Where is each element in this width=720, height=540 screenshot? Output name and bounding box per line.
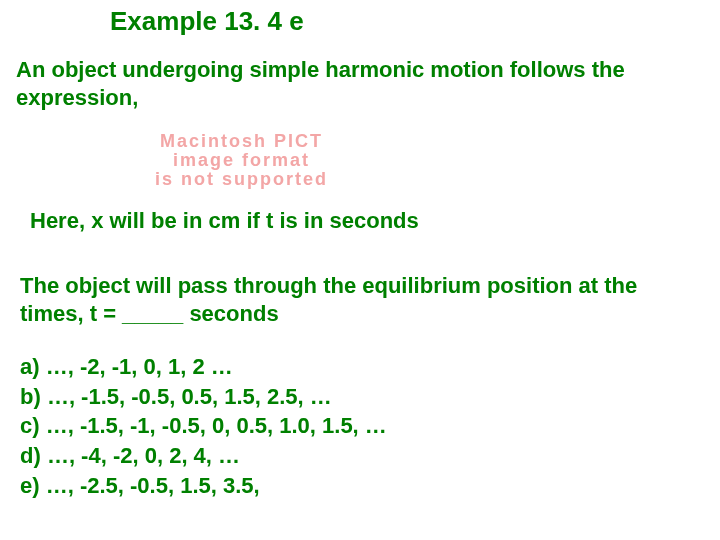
option-label: a) <box>20 354 40 379</box>
option-text: …, -1.5, -0.5, 0.5, 1.5, 2.5, … <box>47 384 332 409</box>
option-text: …, -4, -2, 0, 2, 4, … <box>47 443 240 468</box>
option-label: c) <box>20 413 40 438</box>
option-text: …, -2.5, -0.5, 1.5, 3.5, <box>46 473 260 498</box>
pict-line-1: Macintosh PICT <box>155 132 328 151</box>
option-d: d) …, -4, -2, 0, 2, 4, … <box>20 441 387 471</box>
option-label: d) <box>20 443 41 468</box>
option-c: c) …, -1.5, -1, -0.5, 0, 0.5, 1.0, 1.5, … <box>20 411 387 441</box>
intro-text: An object undergoing simple harmonic mot… <box>16 56 704 111</box>
pict-line-3: is not supported <box>155 170 328 189</box>
slide-title: Example 13. 4 e <box>110 6 304 37</box>
pict-placeholder: Macintosh PICT image format is not suppo… <box>155 132 328 189</box>
option-label: e) <box>20 473 40 498</box>
option-a: a) …, -2, -1, 0, 1, 2 … <box>20 352 387 382</box>
pict-line-2: image format <box>155 151 328 170</box>
option-e: e) …, -2.5, -0.5, 1.5, 3.5, <box>20 471 387 501</box>
question-text: The object will pass through the equilib… <box>20 272 700 327</box>
option-b: b) …, -1.5, -0.5, 0.5, 1.5, 2.5, … <box>20 382 387 412</box>
answer-options: a) …, -2, -1, 0, 1, 2 … b) …, -1.5, -0.5… <box>20 352 387 500</box>
slide: Example 13. 4 e An object undergoing sim… <box>0 0 720 540</box>
option-label: b) <box>20 384 41 409</box>
option-text: …, -2, -1, 0, 1, 2 … <box>46 354 233 379</box>
units-note: Here, x will be in cm if t is in seconds <box>30 208 704 234</box>
option-text: …, -1.5, -1, -0.5, 0, 0.5, 1.0, 1.5, … <box>46 413 387 438</box>
